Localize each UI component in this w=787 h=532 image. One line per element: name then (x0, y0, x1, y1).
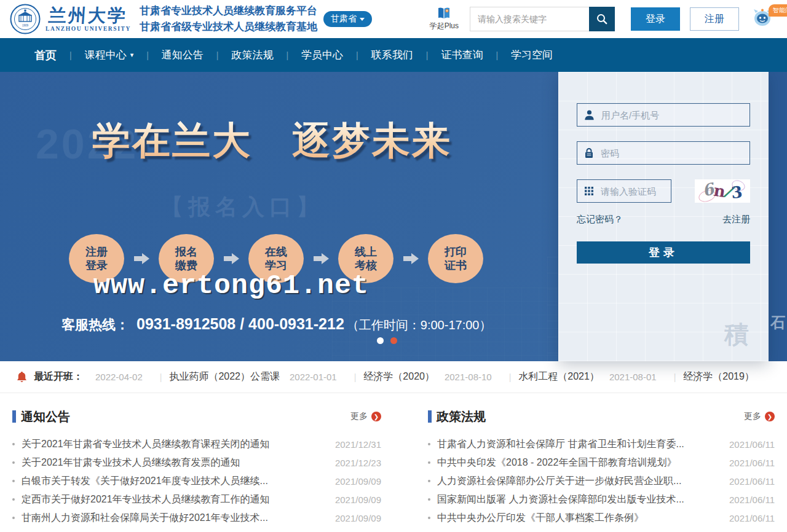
user-icon (584, 109, 595, 120)
nav-item[interactable]: 联系我们 (343, 48, 413, 62)
captcha-image[interactable]: 6 n / 3 (695, 179, 750, 203)
step-line1: 报名 (175, 245, 197, 259)
notices-section: 通知公告 更多 ❯ 关于2021年甘肃省专业技术人员继续教育课程关闭的通知 20… (12, 408, 381, 527)
header-login-button[interactable]: 登录 (631, 7, 680, 31)
ticker-token: | (674, 372, 676, 382)
nav-item[interactable]: 通知公告 (133, 48, 204, 62)
policies-header: 政策法规 更多 ❯ (428, 408, 775, 425)
keypad-icon (584, 186, 594, 196)
list-item[interactable]: 甘肃省人力资源和社会保障厅 甘肃省卫生和计划生育委... 2021/06/11 (428, 435, 775, 453)
news-date: 2021/09/09 (335, 513, 381, 523)
svg-text:1909: 1909 (22, 24, 29, 27)
recent-classes-ticker: 最近开班： 2022-04-02 | 执业药师（2022）公需课 2022-01… (0, 361, 787, 393)
step-line1: 注册 (85, 245, 108, 259)
list-item[interactable]: 中共中央印发《2018 - 2022年全国干部教育培训规划》 2021/06/1… (428, 453, 775, 472)
header-register-button[interactable]: 注册 (690, 7, 739, 31)
forgot-password-link[interactable]: 忘记密码？ (577, 214, 623, 225)
nav-item[interactable]: 首页 (34, 48, 57, 63)
nav-item[interactable]: 证书查询 (413, 48, 483, 62)
bullet-icon (428, 517, 430, 519)
bullet-icon (12, 443, 15, 445)
news-date: 2021/09/09 (335, 476, 381, 487)
ticker-token: 执业药师（2022）公需课 (169, 370, 280, 383)
search-button[interactable] (589, 7, 615, 31)
nav-item[interactable]: 学习空间 (483, 48, 553, 62)
password-input[interactable] (601, 148, 743, 158)
login-panel: 積 (558, 72, 769, 361)
list-item[interactable]: 人力资源社会保障部办公厅关于进一步做好民营企业职... 2021/06/11 (428, 472, 775, 490)
platform-title: 甘肃省专业技术人员继续教育服务平台 甘肃省省级专业技术人员继续教育基地 (140, 3, 317, 36)
carousel-dots (377, 337, 397, 344)
more-arrow-icon: ❯ (765, 412, 775, 421)
hero-right-strip: 石 (769, 72, 787, 361)
news-title: 白银市关于转发《关于做好2021年度专业技术人员继续... (22, 475, 323, 488)
username-input[interactable] (601, 110, 743, 120)
bullet-icon (12, 461, 15, 464)
login-submit-button[interactable]: 登录 (577, 241, 750, 264)
goto-register-link[interactable]: 去注册 (722, 214, 750, 225)
platform-title-line1: 甘肃省专业技术人员继续教育服务平台 (140, 3, 317, 19)
ticker-token: 2022-01-01 (290, 372, 337, 382)
ticker-token: 2022-04-02 (95, 372, 143, 382)
university-name-cn: 兰州大学 (48, 6, 128, 25)
platform-title-line2: 甘肃省省级专业技术人员继续教育基地 (140, 19, 317, 35)
list-item[interactable]: 中共中央办公厅印发《干部人事档案工作条例》 2021/06/11 (428, 509, 775, 527)
news-title: 国家新闻出版署 人力资源社会保障部印发出版专业技术... (437, 493, 717, 506)
captcha-row: 6 n / 3 (577, 179, 750, 203)
nav-item-label: 联系我们 (371, 48, 413, 62)
university-seal-logo: 1909 (10, 4, 41, 34)
step-line1: 打印 (445, 245, 467, 259)
news-date: 2021/06/11 (729, 458, 775, 468)
xueqi-plus-label: 学起Plus (430, 21, 459, 31)
list-item[interactable]: 定西市关于做好2021年专业技术人员继续教育工作的通知 2021/09/09 (12, 490, 381, 509)
nav-item[interactable]: 学员中心 (273, 48, 343, 62)
list-item[interactable]: 关于2021年甘肃省专业技术人员继续教育课程关闭的通知 2021/12/31 (12, 435, 381, 453)
bullet-icon (12, 480, 15, 482)
news-title: 甘肃省人力资源和社会保障厅 甘肃省卫生和计划生育委... (437, 438, 717, 451)
notices-more-link[interactable]: 更多 ❯ (350, 411, 381, 422)
page: 1909 兰州大学 LANZHOU UNIVERSITY 甘肃省专业技术人员继续… (0, 0, 787, 532)
arrow-right-icon (124, 253, 159, 264)
header: 1909 兰州大学 LANZHOU UNIVERSITY 甘肃省专业技术人员继续… (0, 0, 787, 38)
region-selector[interactable]: 甘肃省 (323, 11, 372, 27)
watermark-text: www.ertong61.net (93, 270, 369, 302)
ticker-items: 2022-04-02 | 执业药师（2022）公需课 2022-01-01 | … (85, 370, 754, 383)
list-item[interactable]: 关于2021年甘肃专业技术人员继续教育发票的通知 2021/12/23 (12, 453, 381, 472)
bullet-icon (12, 498, 15, 501)
arrow-right-icon (214, 253, 248, 264)
step-line1: 在线 (265, 245, 287, 259)
qa-badge: 智能问答 (769, 4, 787, 17)
hero-title: 学在兰大 逐梦未来 (92, 115, 452, 166)
book-icon (437, 7, 451, 20)
chatbot-launcher[interactable]: 智能问答 (753, 6, 777, 33)
carousel-dot[interactable] (377, 337, 384, 344)
xueqi-plus-app[interactable]: 学起Plus (430, 7, 459, 31)
policies-list: 甘肃省人力资源和社会保障厅 甘肃省卫生和计划生育委... 2021/06/11 … (428, 435, 775, 527)
ticker-token: 经济学（2019） (683, 370, 754, 383)
hotline-numbers: 0931-8912508 / 400-0931-212 (136, 315, 344, 333)
notices-list: 关于2021年甘肃省专业技术人员继续教育课程关闭的通知 2021/12/31 关… (12, 435, 381, 527)
university-wordmark: 兰州大学 LANZHOU UNIVERSITY (45, 6, 131, 31)
section-bar-icon (12, 410, 16, 423)
captcha-char: 3 (730, 184, 743, 201)
notices-header: 通知公告 更多 ❯ (12, 408, 381, 425)
captcha-input[interactable] (601, 186, 664, 197)
ticker-token: 水利工程（2021） (518, 370, 599, 383)
news-title: 定西市关于做好2021年专业技术人员继续教育工作的通知 (22, 493, 323, 506)
university-name-en: LANZHOU UNIVERSITY (45, 26, 131, 32)
section-bar-icon (428, 410, 432, 423)
nav-list: 首页 课程中心 ▾ 通知公告 政策法规 (34, 48, 553, 63)
notices-title: 通知公告 (21, 409, 70, 425)
list-item[interactable]: 国家新闻出版署 人力资源社会保障部印发出版专业技术... 2021/06/11 (428, 490, 775, 509)
service-hotline: 客服热线： 0931-8912508 / 400-0931-212 （工作时间：… (61, 315, 491, 334)
carousel-dot[interactable] (390, 337, 397, 344)
bell-icon (16, 371, 28, 383)
list-item[interactable]: 甘南州人力资源和社会保障局关于做好2021年专业技术... 2021/09/09 (12, 509, 381, 527)
policies-more-link[interactable]: 更多 ❯ (744, 411, 775, 422)
process-step-group: 打印 证书 (428, 234, 483, 283)
nav-item[interactable]: 政策法规 (204, 48, 274, 62)
nav-item[interactable]: 课程中心 ▾ (57, 48, 133, 62)
ticker-token: 经济学（2020） (363, 370, 435, 383)
search-input[interactable] (470, 7, 589, 31)
list-item[interactable]: 白银市关于转发《关于做好2021年度专业技术人员继续... 2021/09/09 (12, 472, 381, 490)
